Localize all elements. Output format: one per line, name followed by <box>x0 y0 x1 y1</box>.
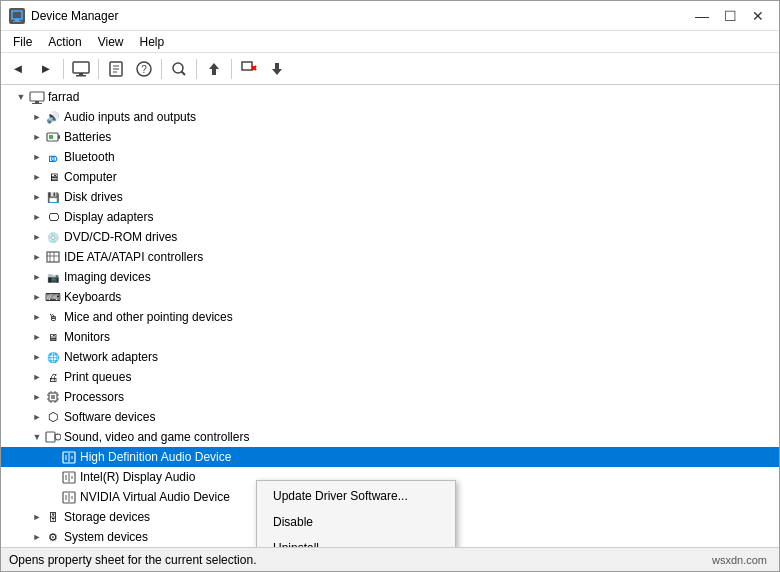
help-icon: ? <box>136 61 152 77</box>
keyboards-expander[interactable]: ► <box>29 289 45 305</box>
system-label: System devices <box>64 530 148 544</box>
print-expander[interactable]: ► <box>29 369 45 385</box>
svg-rect-39 <box>46 432 55 442</box>
mice-icon <box>45 309 61 325</box>
svg-line-13 <box>182 71 186 75</box>
imaging-expander[interactable]: ► <box>29 269 45 285</box>
toolbar-separator-4 <box>196 59 197 79</box>
svg-rect-24 <box>49 135 53 139</box>
install-button[interactable] <box>264 57 290 81</box>
root-expander[interactable]: ▼ <box>13 89 29 105</box>
tree-item-display[interactable]: ► Display adapters <box>1 207 779 227</box>
properties-icon <box>108 61 124 77</box>
help-button[interactable]: ? <box>131 57 157 81</box>
tree-item-dvd[interactable]: ► DVD/CD-ROM drives <box>1 227 779 247</box>
close-button[interactable]: ✕ <box>745 6 771 26</box>
tree-item-disk[interactable]: ► Disk drives <box>1 187 779 207</box>
forward-button[interactable]: ► <box>33 57 59 81</box>
imaging-icon <box>45 269 61 285</box>
back-icon: ◄ <box>12 61 25 76</box>
tree-pane[interactable]: ▼ farrad ► Audio inputs and outputs ► Ba… <box>1 85 779 547</box>
back-button[interactable]: ◄ <box>5 57 31 81</box>
tree-item-network[interactable]: ► Network adapters <box>1 347 779 367</box>
svg-text:?: ? <box>141 64 147 75</box>
content-area: ▼ farrad ► Audio inputs and outputs ► Ba… <box>1 85 779 547</box>
tree-item-processors[interactable]: ► Processors <box>1 387 779 407</box>
computer-expander[interactable]: ► <box>29 169 45 185</box>
tree-root[interactable]: ▼ farrad <box>1 87 779 107</box>
tree-item-monitors[interactable]: ► Monitors <box>1 327 779 347</box>
scan-icon <box>171 61 187 77</box>
storage-expander[interactable]: ► <box>29 509 45 525</box>
svg-rect-19 <box>30 92 44 101</box>
mice-expander[interactable]: ► <box>29 309 45 325</box>
tree-item-ide[interactable]: ► IDE ATA/ATAPI controllers <box>1 247 779 267</box>
print-label: Print queues <box>64 370 131 384</box>
ctx-uninstall[interactable]: Uninstall <box>257 535 455 547</box>
svg-marker-18 <box>272 63 282 75</box>
disk-expander[interactable]: ► <box>29 189 45 205</box>
title-bar: Device Manager — ☐ ✕ <box>1 1 779 31</box>
dvd-expander[interactable]: ► <box>29 229 45 245</box>
ide-expander[interactable]: ► <box>29 249 45 265</box>
software-icon: ⬡ <box>45 409 61 425</box>
tree-item-hd-audio[interactable]: High Definition Audio Device <box>1 447 779 467</box>
device-manager-button[interactable] <box>68 57 94 81</box>
install-icon <box>269 61 285 77</box>
hd-audio-label: High Definition Audio Device <box>80 450 231 464</box>
audio-expander[interactable]: ► <box>29 109 45 125</box>
remove-device-button[interactable] <box>236 57 262 81</box>
ctx-disable[interactable]: Disable <box>257 509 455 535</box>
processors-expander[interactable]: ► <box>29 389 45 405</box>
tree-item-batteries[interactable]: ► Batteries <box>1 127 779 147</box>
bluetooth-icon: ⎄ <box>45 149 61 165</box>
tree-item-software[interactable]: ► ⬡ Software devices <box>1 407 779 427</box>
batteries-expander[interactable]: ► <box>29 129 45 145</box>
svg-marker-14 <box>209 63 219 75</box>
menu-action[interactable]: Action <box>40 33 89 51</box>
svg-rect-2 <box>13 21 21 22</box>
dvd-label: DVD/CD-ROM drives <box>64 230 177 244</box>
monitors-icon <box>45 329 61 345</box>
software-expander[interactable]: ► <box>29 409 45 425</box>
update-driver-button[interactable] <box>201 57 227 81</box>
keyboards-label: Keyboards <box>64 290 121 304</box>
monitors-label: Monitors <box>64 330 110 344</box>
monitors-expander[interactable]: ► <box>29 329 45 345</box>
minimize-button[interactable]: — <box>689 6 715 26</box>
tree-item-sound[interactable]: ▼ Sound, video and game controllers <box>1 427 779 447</box>
sound-label: Sound, video and game controllers <box>64 430 249 444</box>
svg-rect-30 <box>51 395 55 399</box>
tree-item-imaging[interactable]: ► Imaging devices <box>1 267 779 287</box>
intel-audio-label: Intel(R) Display Audio <box>80 470 195 484</box>
svg-rect-23 <box>58 135 60 139</box>
tree-item-audio[interactable]: ► Audio inputs and outputs <box>1 107 779 127</box>
ctx-update-driver[interactable]: Update Driver Software... <box>257 483 455 509</box>
svg-rect-21 <box>32 103 42 104</box>
menu-help[interactable]: Help <box>132 33 173 51</box>
bt-expander[interactable]: ► <box>29 149 45 165</box>
network-expander[interactable]: ► <box>29 349 45 365</box>
properties-button[interactable] <box>103 57 129 81</box>
svg-rect-1 <box>15 19 19 21</box>
svg-rect-5 <box>76 75 86 77</box>
tree-item-print[interactable]: ► Print queues <box>1 367 779 387</box>
tree-item-bluetooth[interactable]: ► ⎄ Bluetooth <box>1 147 779 167</box>
nvidia-audio-icon <box>61 489 77 505</box>
tree-item-keyboards[interactable]: ► Keyboards <box>1 287 779 307</box>
scan-button[interactable] <box>166 57 192 81</box>
imaging-label: Imaging devices <box>64 270 151 284</box>
maximize-button[interactable]: ☐ <box>717 6 743 26</box>
menu-view[interactable]: View <box>90 33 132 51</box>
title-bar-left: Device Manager <box>9 8 118 24</box>
batteries-icon <box>45 129 61 145</box>
display-label: Display adapters <box>64 210 153 224</box>
sound-expander[interactable]: ▼ <box>29 429 45 445</box>
keyboards-icon <box>45 289 61 305</box>
tree-item-mice[interactable]: ► Mice and other pointing devices <box>1 307 779 327</box>
toolbar-separator-2 <box>98 59 99 79</box>
system-expander[interactable]: ► <box>29 529 45 545</box>
menu-file[interactable]: File <box>5 33 40 51</box>
display-expander[interactable]: ► <box>29 209 45 225</box>
tree-item-computer[interactable]: ► Computer <box>1 167 779 187</box>
